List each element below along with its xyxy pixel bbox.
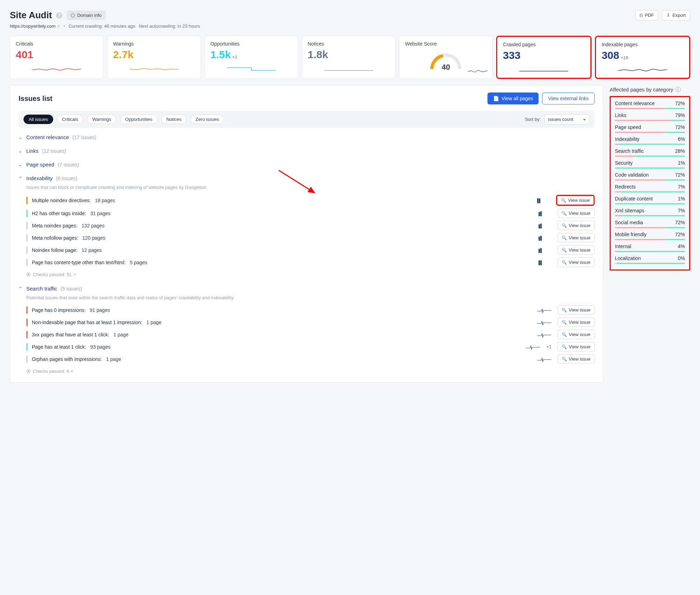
section-content-relevance[interactable]: ⌄ Content relevance (17 issues) bbox=[10, 128, 603, 142]
view-issue-button[interactable]: 🔍 View issue bbox=[557, 233, 595, 242]
metric-warnings[interactable]: Warnings2.7k bbox=[107, 36, 201, 79]
view-all-pages-button[interactable]: 📄 View all pages bbox=[487, 93, 539, 104]
mini-sparkline bbox=[537, 356, 551, 362]
category-social-media[interactable]: Social media72% bbox=[615, 220, 685, 228]
checks-passed[interactable]: ⦿ Checks passed: 51 ▾ bbox=[10, 268, 603, 279]
filter-all-issues[interactable]: All issues bbox=[23, 115, 53, 124]
filter-zero-issues[interactable]: Zero issues bbox=[190, 115, 224, 124]
issue-row: Page has 0 impressions: 91 pages 🔍 View … bbox=[10, 304, 603, 316]
category-content-relevance[interactable]: Content relevance72% bbox=[615, 101, 685, 109]
filter-criticals[interactable]: Criticals bbox=[57, 115, 83, 124]
severity-indicator bbox=[26, 355, 28, 363]
category-name: Code validation bbox=[615, 172, 649, 178]
search-icon: 🔍 bbox=[562, 211, 567, 216]
category-bar bbox=[615, 203, 685, 204]
info-icon[interactable]: i bbox=[675, 87, 681, 92]
category-search-traffic[interactable]: Search traffic28% bbox=[615, 148, 685, 157]
section-name: Search traffic bbox=[26, 286, 57, 292]
filter-warnings[interactable]: Warnings bbox=[87, 115, 116, 124]
category-bar bbox=[615, 179, 685, 180]
sort-select[interactable]: issues count bbox=[544, 114, 590, 124]
issue-row: Orphan pages with impressions: 1 page 🔍 … bbox=[10, 353, 603, 365]
metric-criticals[interactable]: Criticals401 bbox=[10, 36, 104, 79]
category-bar bbox=[615, 263, 685, 264]
issue-name: Noindex follow page: bbox=[32, 247, 77, 253]
mini-bar-chart bbox=[539, 260, 550, 265]
severity-indicator bbox=[26, 343, 28, 351]
metric-value: 333 bbox=[503, 49, 520, 61]
category-security[interactable]: Security1% bbox=[615, 160, 685, 169]
category-redirects[interactable]: Redirects7% bbox=[615, 184, 685, 192]
category-bar bbox=[615, 215, 685, 216]
category-xml-sitemaps[interactable]: Xml sitemaps7% bbox=[615, 208, 685, 216]
section-page-speed[interactable]: ⌄ Page speed (7 issues) bbox=[10, 155, 603, 169]
category-percent: 7% bbox=[678, 208, 685, 213]
category-mobile-friendly[interactable]: Mobile friendly72% bbox=[615, 232, 685, 240]
category-bar bbox=[615, 167, 685, 169]
category-duplicate-content[interactable]: Duplicate content1% bbox=[615, 196, 685, 204]
view-issue-button[interactable]: 🔍 View issue bbox=[557, 354, 595, 364]
category-percent: 0% bbox=[678, 255, 685, 261]
metric-website_score[interactable]: Website Score 40 bbox=[399, 36, 493, 79]
search-icon: 🔍 bbox=[562, 308, 567, 313]
filter-notices[interactable]: Notices bbox=[161, 115, 187, 124]
category-name: Mobile friendly bbox=[615, 232, 646, 237]
category-bar bbox=[615, 120, 685, 121]
section-links[interactable]: ⌄ Links (12 issues) bbox=[10, 142, 603, 155]
help-icon[interactable]: ? bbox=[56, 12, 62, 19]
severity-indicator bbox=[26, 259, 28, 266]
search-icon: 🔍 bbox=[562, 235, 567, 240]
view-external-links-button[interactable]: View external links bbox=[542, 93, 595, 104]
affected-pages-title: Affected pages by category bbox=[610, 87, 673, 93]
category-internal[interactable]: Internal4% bbox=[615, 244, 685, 252]
mini-bar-chart bbox=[539, 235, 550, 241]
category-links[interactable]: Links79% bbox=[615, 112, 685, 121]
site-url-link[interactable]: https://copywritely.com ↗ bbox=[10, 23, 60, 29]
mini-bar-chart bbox=[539, 223, 550, 228]
view-issue-button[interactable]: 🔍 View issue bbox=[557, 221, 595, 230]
category-name: Search traffic bbox=[615, 148, 644, 154]
export-button[interactable]: ⇩ Export bbox=[662, 10, 690, 20]
filter-opportunities[interactable]: Opportunities bbox=[120, 115, 158, 124]
view-issue-button[interactable]: 🔍 View issue bbox=[557, 317, 595, 327]
issue-name: Page has at least 1 click: bbox=[32, 344, 86, 350]
category-page-speed[interactable]: Page speed72% bbox=[615, 124, 685, 133]
view-issue-button[interactable]: 🔍 View issue bbox=[557, 342, 595, 351]
issue-name: H2 has other tags inside: bbox=[32, 211, 86, 216]
category-localization[interactable]: Localization0% bbox=[615, 255, 685, 264]
view-issue-button[interactable]: 🔍 View issue bbox=[557, 330, 595, 339]
view-issue-button[interactable]: 🔍 View issue bbox=[556, 195, 595, 206]
category-name: Redirects bbox=[615, 184, 636, 190]
metric-notices[interactable]: Notices1.8k bbox=[302, 36, 396, 79]
issue-name: Page has 0 impressions: bbox=[32, 307, 85, 313]
issue-pages: 1 page bbox=[146, 320, 161, 325]
download-icon: ⇩ bbox=[666, 13, 670, 18]
category-percent: 6% bbox=[678, 136, 685, 142]
section-count: (17 issues) bbox=[72, 135, 96, 140]
category-percent: 28% bbox=[675, 148, 685, 154]
category-percent: 72% bbox=[675, 101, 685, 106]
section-search-traffic[interactable]: ⌃ Search traffic (5 issues) bbox=[10, 279, 603, 293]
issue-pages: 5 pages bbox=[130, 260, 147, 265]
view-issue-button[interactable]: 🔍 View issue bbox=[557, 305, 595, 315]
pdf-export-button[interactable]: ⎙ PDF bbox=[635, 10, 658, 20]
metric-crawled[interactable]: Crawled pages333 bbox=[496, 36, 591, 79]
mini-bar-chart bbox=[539, 247, 550, 253]
section-indexability[interactable]: ⌃ Indexability (6 issues) bbox=[10, 169, 603, 183]
metric-delta: +18 bbox=[621, 55, 628, 60]
view-issue-button[interactable]: 🔍 View issue bbox=[557, 245, 595, 255]
issue-pages: 91 pages bbox=[90, 307, 110, 313]
severity-indicator bbox=[26, 222, 28, 230]
section-count: (6 issues) bbox=[56, 176, 77, 181]
metric-value: 1.8k bbox=[308, 49, 328, 60]
search-icon: 🔍 bbox=[562, 223, 567, 228]
domain-info-button[interactable]: Domain info bbox=[67, 11, 105, 20]
view-issue-button[interactable]: 🔍 View issue bbox=[557, 208, 595, 218]
checks-passed[interactable]: ⦿ Checks passed: 6 ▾ bbox=[10, 365, 603, 376]
metric-opportunities[interactable]: Opportunities1.5k+1 bbox=[205, 36, 298, 79]
external-link-icon: ↗ bbox=[57, 24, 60, 28]
metric-indexable[interactable]: Indexable pages308+18 bbox=[595, 36, 690, 79]
category-code-validation[interactable]: Code validation72% bbox=[615, 172, 685, 180]
view-issue-button[interactable]: 🔍 View issue bbox=[557, 258, 595, 267]
category-indexability[interactable]: Indexability6% bbox=[615, 136, 685, 145]
